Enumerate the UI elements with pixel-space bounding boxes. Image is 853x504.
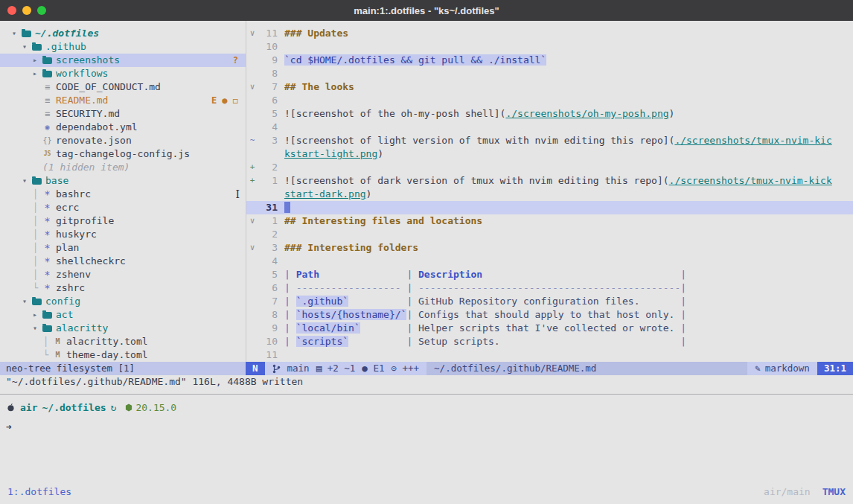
tree-item-label: huskyrc bbox=[56, 228, 97, 241]
gutter-sign: ∨ bbox=[246, 80, 258, 94]
line-number: 11 bbox=[258, 348, 278, 362]
indent-guide: │ bbox=[43, 335, 53, 348]
editor-line[interactable]: ∨3### Interesting folders bbox=[246, 241, 853, 255]
line-number: 3 bbox=[258, 241, 278, 255]
tree-item-base[interactable]: ▾base bbox=[0, 174, 246, 188]
folder-icon bbox=[42, 57, 52, 64]
editor-line[interactable]: 2 bbox=[246, 228, 853, 241]
editor-line[interactable]: 10| `scripts` | Setup scripts. | bbox=[246, 335, 853, 348]
expander-icon[interactable]: ▾ bbox=[22, 40, 32, 54]
star-file-icon: * bbox=[42, 214, 52, 228]
tree-item-zshenv[interactable]: │*zshenv bbox=[0, 268, 246, 281]
editor-line[interactable]: start-dark.png) bbox=[246, 188, 853, 201]
star-file-icon: * bbox=[42, 241, 52, 255]
tree-item-gitprofile[interactable]: │*gitprofile bbox=[0, 214, 246, 228]
tree-item-dotfiles[interactable]: ▾~/.dotfiles bbox=[0, 27, 246, 40]
shell-pane[interactable]: air ~/.dotfiles ↻ 20.15.0 ➜ bbox=[6, 399, 853, 433]
prompt-input-line[interactable]: ➜ bbox=[6, 421, 853, 433]
editor-line[interactable]: kstart-light.png) bbox=[246, 147, 853, 161]
tree-item-dependabot-yml[interactable]: ◉dependabot.yml bbox=[0, 121, 246, 134]
editor-line[interactable]: ∨1## Interesting files and locations bbox=[246, 214, 853, 228]
tree-item-tag-changelog-config-js[interactable]: JStag-changelog-config.js bbox=[0, 147, 246, 161]
line-number: 9 bbox=[258, 54, 278, 67]
doc-file-icon: ≡ bbox=[42, 94, 52, 107]
expander-icon[interactable]: ▸ bbox=[33, 308, 42, 322]
tree-item-label: .github bbox=[45, 40, 86, 54]
tree-item-screenshots[interactable]: ▸screenshots? bbox=[0, 54, 246, 67]
line-number: 31 bbox=[258, 201, 278, 214]
indent-guide: │ bbox=[33, 201, 42, 214]
editor-line[interactable]: +2 bbox=[246, 161, 853, 174]
line-number: 4 bbox=[258, 255, 278, 268]
expander-icon[interactable]: ▾ bbox=[22, 295, 32, 308]
editor-line[interactable]: ∨7## The looks bbox=[246, 80, 853, 94]
editor-line[interactable]: 5| Path | Description | bbox=[246, 268, 853, 281]
editor-line[interactable]: 5![screenshot of the oh-my-posh shell](.… bbox=[246, 107, 853, 121]
indent-guide: └ bbox=[33, 281, 42, 295]
gutter bbox=[246, 268, 258, 281]
tree-item-label: CODE_OF_CONDUCT.md bbox=[56, 80, 161, 94]
editor-pane[interactable]: ∨11### Updates109`cd $HOME/.dotfiles && … bbox=[246, 21, 853, 362]
zoom-button[interactable] bbox=[37, 6, 46, 15]
expander-icon[interactable]: ▸ bbox=[33, 54, 42, 67]
expander-icon[interactable]: ▾ bbox=[22, 174, 32, 188]
tree-item-label: alacritty.toml bbox=[66, 335, 148, 348]
editor-line[interactable]: ~3![screenshot of light version of tmux … bbox=[246, 134, 853, 147]
tree-item-label: README.md bbox=[56, 94, 108, 107]
expander-icon[interactable]: ▸ bbox=[33, 67, 42, 80]
tree-item-huskyrc[interactable]: │*huskyrc bbox=[0, 228, 246, 241]
indent-guide: │ bbox=[33, 268, 42, 281]
tree-item-zshrc[interactable]: └*zshrc bbox=[0, 281, 246, 295]
tree-item-readme-md[interactable]: ≡README.mdE ● ◻ bbox=[0, 94, 246, 107]
window-titlebar[interactable]: main:1:.dotfiles - "ks~/.dotfiles" bbox=[0, 0, 853, 21]
tree-item-workflows[interactable]: ▸workflows bbox=[0, 67, 246, 80]
line-text: ![screenshot of the oh-my-posh shell](./… bbox=[284, 107, 674, 121]
tree-item-alacritty[interactable]: ▾alacritty bbox=[0, 322, 246, 335]
editor-line[interactable]: 8 bbox=[246, 67, 853, 80]
editor-line[interactable]: 7| `.github` | GitHub Repository configu… bbox=[246, 295, 853, 308]
tree-item-label: tag-changelog-config.js bbox=[56, 147, 190, 161]
close-button[interactable] bbox=[7, 6, 16, 15]
editor-line[interactable]: 8| `hosts/{hostname}/`| Configs that sho… bbox=[246, 308, 853, 322]
gutter bbox=[246, 121, 258, 134]
editor-line[interactable]: 10 bbox=[246, 40, 853, 54]
expander-icon[interactable]: ▾ bbox=[33, 322, 42, 335]
tree-item-act[interactable]: ▸act bbox=[0, 308, 246, 322]
tree-item-security-md[interactable]: ≡SECURITY.md bbox=[0, 107, 246, 121]
line-text: ## Interesting files and locations bbox=[284, 214, 482, 228]
editor-line[interactable]: +1![screenshot of dark version of tmux w… bbox=[246, 174, 853, 188]
expander-icon[interactable]: ▾ bbox=[12, 27, 22, 40]
tree-item-ecrc[interactable]: │*ecrc bbox=[0, 201, 246, 214]
tmux-pane-divider[interactable] bbox=[0, 394, 853, 395]
tree-item-1-hidden-item[interactable]: (1 hidden item) bbox=[0, 161, 246, 174]
editor-line[interactable]: ∨11### Updates bbox=[246, 27, 853, 40]
folder-icon bbox=[32, 44, 42, 51]
tree-item-alacritty-toml[interactable]: │Malacritty.toml bbox=[0, 335, 246, 348]
gutter-sign: ~ bbox=[246, 134, 258, 147]
editor-line[interactable]: 11 bbox=[246, 348, 853, 362]
tmux-window-item[interactable]: 1:.dotfiles bbox=[7, 485, 71, 500]
tree-item-code-of-conduct-md[interactable]: ≡CODE_OF_CONDUCT.md bbox=[0, 80, 246, 94]
minimize-button[interactable] bbox=[22, 6, 31, 15]
git-status-badge: ? bbox=[233, 54, 238, 67]
indent-guide: │ bbox=[33, 228, 42, 241]
editor-line[interactable]: 6 bbox=[246, 94, 853, 107]
editor-line[interactable]: 4 bbox=[246, 121, 853, 134]
gutter bbox=[246, 188, 258, 201]
tree-item-theme-day-toml[interactable]: └Mtheme-day.toml bbox=[0, 348, 246, 362]
editor-line[interactable]: 6| ------------------ | ----------------… bbox=[246, 281, 853, 295]
editor-cursor-line[interactable]: 31 bbox=[246, 201, 853, 214]
tmux-status-right: air/main TMUX bbox=[764, 485, 846, 500]
tree-item-label: shellcheckrc bbox=[56, 255, 126, 268]
tree-item-renovate-json[interactable]: {}renovate.json bbox=[0, 134, 246, 147]
editor-line[interactable]: 4 bbox=[246, 255, 853, 268]
gutter-sign: ∨ bbox=[246, 241, 258, 255]
tree-item-config[interactable]: ▾config bbox=[0, 295, 246, 308]
tree-item-shellcheckrc[interactable]: │*shellcheckrc bbox=[0, 255, 246, 268]
editor-line[interactable]: 9`cd $HOME/.dotfiles && git pull && ./in… bbox=[246, 54, 853, 67]
tree-item-github[interactable]: ▾.github bbox=[0, 40, 246, 54]
line-number: 7 bbox=[258, 295, 278, 308]
editor-line[interactable]: 9| `local/bin` | Helper scripts that I'v… bbox=[246, 322, 853, 335]
tree-item-bashrc[interactable]: │*bashrcI bbox=[0, 188, 246, 201]
tree-item-plan[interactable]: │*plan bbox=[0, 241, 246, 255]
